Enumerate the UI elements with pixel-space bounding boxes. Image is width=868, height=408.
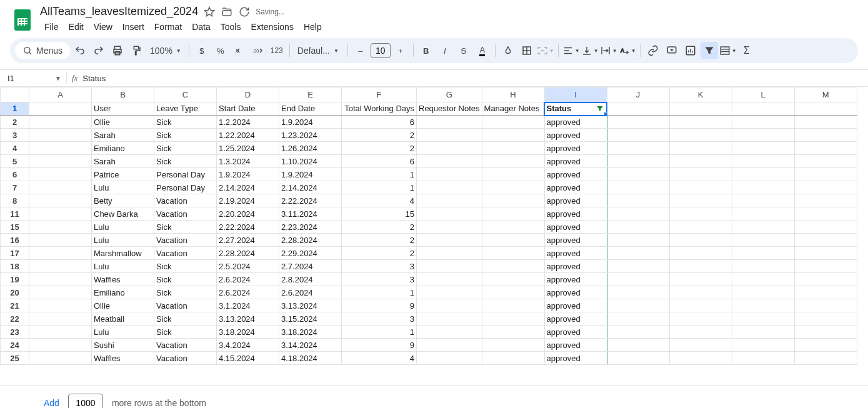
cell[interactable] bbox=[29, 207, 92, 221]
cell[interactable]: approved bbox=[544, 181, 607, 194]
cell[interactable]: approved bbox=[544, 352, 607, 365]
cell[interactable]: 1.9.2024 bbox=[217, 168, 279, 181]
cell[interactable]: Patrice bbox=[92, 168, 154, 181]
cell[interactable]: 3 bbox=[342, 273, 417, 286]
cell[interactable] bbox=[29, 155, 92, 168]
strikethrough-button[interactable]: S bbox=[455, 42, 472, 59]
cell[interactable]: 3 bbox=[342, 312, 417, 326]
cell[interactable] bbox=[794, 142, 857, 155]
filter-icon[interactable] bbox=[596, 104, 604, 113]
create-filter-button[interactable] bbox=[701, 42, 718, 59]
cell[interactable] bbox=[669, 155, 732, 168]
merge-cells-button[interactable]: ▼ bbox=[537, 42, 554, 59]
row-header[interactable]: 1 bbox=[1, 102, 29, 116]
cell[interactable]: Vacation bbox=[154, 207, 217, 221]
row-header[interactable]: 25 bbox=[1, 352, 29, 365]
cell[interactable]: 1 bbox=[342, 168, 417, 181]
search-menus[interactable]: Menus bbox=[15, 42, 70, 59]
cell[interactable] bbox=[794, 194, 857, 207]
menu-extensions[interactable]: Extensions bbox=[246, 19, 297, 34]
star-icon[interactable] bbox=[203, 6, 216, 18]
cell[interactable]: 3.15.2024 bbox=[279, 312, 342, 326]
cell[interactable] bbox=[669, 221, 732, 234]
row-header[interactable]: 18 bbox=[1, 260, 29, 273]
cell[interactable] bbox=[794, 260, 857, 273]
cell[interactable]: 4.15.2024 bbox=[217, 352, 279, 365]
cell[interactable]: 2 bbox=[342, 142, 417, 155]
cell[interactable] bbox=[29, 221, 92, 234]
cell[interactable]: 9 bbox=[342, 339, 417, 352]
cell[interactable] bbox=[607, 299, 669, 312]
cell[interactable] bbox=[732, 102, 794, 116]
cell[interactable] bbox=[669, 142, 732, 155]
cell[interactable]: 2.8.2024 bbox=[279, 273, 342, 286]
cell[interactable]: 1.26.2024 bbox=[279, 142, 342, 155]
col-header-C[interactable]: C bbox=[154, 87, 217, 102]
cell[interactable] bbox=[482, 286, 544, 299]
cell[interactable]: 2 bbox=[342, 247, 417, 260]
cell[interactable]: Ollie bbox=[92, 299, 154, 312]
cell[interactable]: Start Date bbox=[217, 102, 279, 116]
cell[interactable] bbox=[794, 326, 857, 339]
cell[interactable] bbox=[482, 312, 544, 326]
cell[interactable] bbox=[607, 129, 669, 142]
cell[interactable]: Sick bbox=[154, 326, 217, 339]
cell[interactable]: Personal Day bbox=[154, 168, 217, 181]
cell[interactable]: 3.4.2024 bbox=[217, 339, 279, 352]
cell[interactable]: Vacation bbox=[154, 234, 217, 247]
cell[interactable] bbox=[794, 129, 857, 142]
cell[interactable] bbox=[732, 234, 794, 247]
cell[interactable]: Total Working Days bbox=[342, 102, 417, 116]
cell[interactable] bbox=[607, 221, 669, 234]
cell[interactable] bbox=[732, 129, 794, 142]
cell[interactable] bbox=[732, 155, 794, 168]
cell[interactable] bbox=[794, 352, 857, 365]
row-header[interactable]: 2 bbox=[1, 116, 29, 129]
cell[interactable]: 1 bbox=[342, 326, 417, 339]
cell[interactable] bbox=[29, 352, 92, 365]
cell[interactable]: 9 bbox=[342, 299, 417, 312]
insert-chart-button[interactable] bbox=[682, 42, 699, 59]
cell[interactable] bbox=[482, 155, 544, 168]
cell[interactable]: Emiliano bbox=[92, 286, 154, 299]
cell[interactable]: approved bbox=[544, 247, 607, 260]
cell[interactable] bbox=[482, 168, 544, 181]
cell[interactable] bbox=[482, 299, 544, 312]
format-percent[interactable]: % bbox=[212, 42, 229, 59]
cell[interactable]: Lulu bbox=[92, 181, 154, 194]
cell[interactable] bbox=[29, 168, 92, 181]
cloud-sync-icon[interactable] bbox=[238, 6, 251, 18]
cell[interactable]: Sick bbox=[154, 273, 217, 286]
cell[interactable] bbox=[732, 286, 794, 299]
col-header-F[interactable]: F bbox=[342, 87, 417, 102]
cell[interactable]: Vacation bbox=[154, 352, 217, 365]
cell[interactable]: 1.3.2024 bbox=[217, 155, 279, 168]
cell[interactable] bbox=[482, 234, 544, 247]
cell[interactable]: approved bbox=[544, 168, 607, 181]
cell[interactable]: Lulu bbox=[92, 221, 154, 234]
cell[interactable] bbox=[607, 352, 669, 365]
menu-edit[interactable]: Edit bbox=[64, 19, 88, 34]
cell[interactable]: Sick bbox=[154, 260, 217, 273]
cell[interactable]: 2.27.2024 bbox=[217, 234, 279, 247]
cell[interactable]: approved bbox=[544, 234, 607, 247]
cell[interactable]: Chew Barka bbox=[92, 207, 154, 221]
row-header[interactable]: 16 bbox=[1, 234, 29, 247]
cell[interactable] bbox=[482, 194, 544, 207]
cell[interactable]: 15 bbox=[342, 207, 417, 221]
cell[interactable] bbox=[794, 247, 857, 260]
cell[interactable] bbox=[29, 273, 92, 286]
cell[interactable]: 2.19.2024 bbox=[217, 194, 279, 207]
cell[interactable]: 2.28.2024 bbox=[279, 234, 342, 247]
cell[interactable] bbox=[607, 102, 669, 116]
cell[interactable] bbox=[669, 168, 732, 181]
cell[interactable]: 2.23.2024 bbox=[279, 221, 342, 234]
cell[interactable] bbox=[417, 168, 482, 181]
cell[interactable]: Lulu bbox=[92, 326, 154, 339]
cell[interactable] bbox=[417, 129, 482, 142]
cell[interactable] bbox=[669, 326, 732, 339]
cell[interactable] bbox=[669, 286, 732, 299]
cell[interactable]: approved bbox=[544, 312, 607, 326]
cell[interactable]: Personal Day bbox=[154, 181, 217, 194]
row-header[interactable]: 6 bbox=[1, 168, 29, 181]
